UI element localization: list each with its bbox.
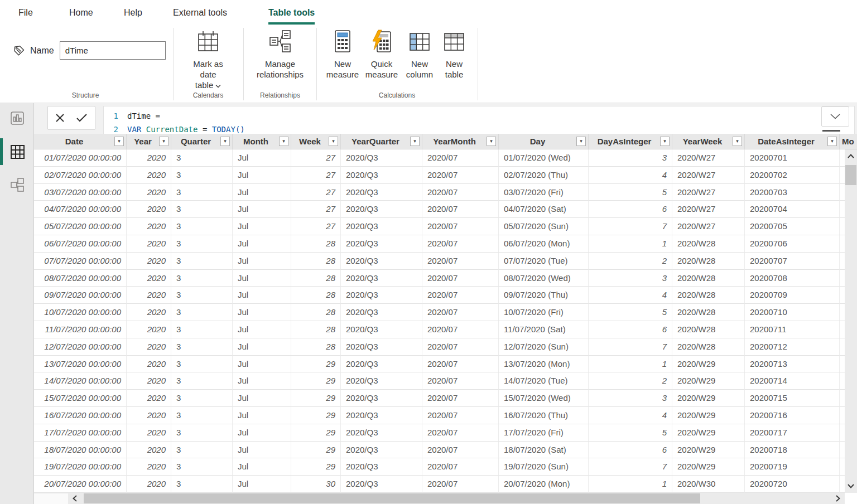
cell-yearweek[interactable]: 2020/W28 — [672, 270, 745, 287]
cell-week[interactable]: 28 — [291, 253, 341, 270]
cell-yearmonth[interactable]: 2020/07 — [422, 321, 499, 338]
cell-yearweek[interactable]: 2020/W30 — [672, 476, 745, 493]
cell-day[interactable]: 05/07/2020 (Sun) — [499, 218, 589, 235]
cell-dayasinteger[interactable]: 2 — [589, 253, 672, 270]
new-measure-button[interactable]: New measure — [324, 29, 362, 80]
tab-help[interactable]: Help — [124, 0, 142, 25]
cell-week[interactable]: 29 — [291, 356, 341, 373]
cell-yearmonth[interactable]: 2020/07 — [422, 270, 499, 287]
vertical-scrollbar[interactable] — [845, 149, 857, 493]
cell-yearweek[interactable]: 2020/W27 — [672, 149, 745, 167]
cell-dayasinteger[interactable]: 3 — [589, 390, 672, 407]
cell-month[interactable]: Jul — [233, 424, 291, 442]
cell-day[interactable]: 15/07/2020 (Wed) — [499, 390, 589, 407]
cell-month[interactable]: Jul — [233, 407, 291, 424]
cell-day[interactable]: 20/07/2020 (Mon) — [499, 476, 589, 493]
cell-week[interactable]: 27 — [291, 201, 341, 218]
scroll-right-icon[interactable] — [834, 493, 842, 504]
cell-year[interactable]: 2020 — [127, 167, 171, 184]
formula-resize-grip[interactable] — [822, 130, 840, 132]
cell-month[interactable]: Jul — [233, 287, 291, 304]
column-header-yearweek[interactable]: YearWeek▾ — [672, 134, 745, 149]
filter-dropdown-button[interactable]: ▾ — [827, 137, 837, 146]
tab-table-tools[interactable]: Table tools — [268, 0, 315, 25]
cell-quarter[interactable]: 3 — [171, 253, 233, 270]
cell-month[interactable]: Jul — [233, 338, 291, 356]
cell-yearquarter[interactable]: 2020/Q3 — [341, 372, 422, 390]
cell-week[interactable]: 29 — [291, 424, 341, 442]
cell-yearquarter[interactable]: 2020/Q3 — [341, 407, 422, 424]
cell-week[interactable]: 28 — [291, 338, 341, 356]
cell-yearquarter[interactable]: 2020/Q3 — [341, 390, 422, 407]
column-header-quarter[interactable]: Quarter▾ — [171, 134, 233, 149]
cell-dayasinteger[interactable]: 4 — [589, 167, 672, 184]
cell-yearquarter[interactable]: 2020/Q3 — [341, 235, 422, 253]
cell-yearweek[interactable]: 2020/W29 — [672, 356, 745, 373]
cell-yearweek[interactable]: 2020/W28 — [672, 235, 745, 253]
cell-yearweek[interactable]: 2020/W27 — [672, 201, 745, 218]
quick-measure-button[interactable]: Quick measure — [363, 29, 401, 80]
cell-dayasinteger[interactable]: 1 — [589, 235, 672, 253]
cell-quarter[interactable]: 3 — [171, 338, 233, 356]
column-header-yearquarter[interactable]: YearQuarter▾ — [341, 134, 422, 149]
cell-year[interactable]: 2020 — [127, 321, 171, 338]
cell-week[interactable]: 28 — [291, 235, 341, 253]
cell-year[interactable]: 2020 — [127, 270, 171, 287]
cell-date[interactable]: 19/07/2020 00:00:00 — [34, 458, 127, 476]
cell-year[interactable]: 2020 — [127, 458, 171, 476]
cell-week[interactable]: 27 — [291, 184, 341, 201]
cell-dayasinteger[interactable]: 5 — [589, 184, 672, 201]
new-table-button[interactable]: New table — [439, 29, 470, 80]
cell-yearmonth[interactable]: 2020/07 — [422, 476, 499, 493]
cell-yearquarter[interactable]: 2020/Q3 — [341, 253, 422, 270]
column-header-date[interactable]: Date▾ — [34, 134, 127, 149]
cell-date[interactable]: 03/07/2020 00:00:00 — [34, 184, 127, 201]
cell-yearquarter[interactable]: 2020/Q3 — [341, 201, 422, 218]
cell-yearquarter[interactable]: 2020/Q3 — [341, 442, 422, 459]
column-header-year[interactable]: Year▾ — [127, 134, 171, 149]
cell-date[interactable]: 16/07/2020 00:00:00 — [34, 407, 127, 424]
cell-date[interactable]: 02/07/2020 00:00:00 — [34, 167, 127, 184]
cell-day[interactable]: 19/07/2020 (Sun) — [499, 458, 589, 476]
cell-yearquarter[interactable]: 2020/Q3 — [341, 167, 422, 184]
cell-yearweek[interactable]: 2020/W27 — [672, 184, 745, 201]
cell-month[interactable]: Jul — [233, 253, 291, 270]
filter-dropdown-button[interactable]: ▾ — [114, 137, 124, 146]
cell-year[interactable]: 2020 — [127, 338, 171, 356]
cell-quarter[interactable]: 3 — [171, 235, 233, 253]
cell-yearmonth[interactable]: 2020/07 — [422, 235, 499, 253]
cell-month[interactable]: Jul — [233, 184, 291, 201]
cell-dateasinteger[interactable]: 20200715 — [745, 390, 840, 407]
cell-day[interactable]: 10/07/2020 (Fri) — [499, 304, 589, 321]
cell-dayasinteger[interactable]: 6 — [589, 321, 672, 338]
cell-yearweek[interactable]: 2020/W29 — [672, 424, 745, 442]
scroll-left-icon[interactable] — [70, 493, 79, 504]
cell-day[interactable]: 18/07/2020 (Sat) — [499, 442, 589, 459]
mark-as-date-table-button[interactable]: Mark as date table — [184, 29, 232, 90]
cell-dateasinteger[interactable]: 20200718 — [745, 442, 840, 459]
cell-yearquarter[interactable]: 2020/Q3 — [341, 424, 422, 442]
cell-dayasinteger[interactable]: 4 — [589, 407, 672, 424]
filter-dropdown-button[interactable]: ▾ — [159, 137, 168, 146]
cell-year[interactable]: 2020 — [127, 253, 171, 270]
cell-month[interactable]: Jul — [233, 235, 291, 253]
cell-date[interactable]: 04/07/2020 00:00:00 — [34, 201, 127, 218]
cell-quarter[interactable]: 3 — [171, 149, 233, 167]
data-view-icon[interactable] — [9, 143, 26, 160]
horizontal-scrollbar[interactable] — [68, 493, 845, 504]
cell-dateasinteger[interactable]: 20200708 — [745, 270, 840, 287]
cell-date[interactable]: 09/07/2020 00:00:00 — [34, 287, 127, 304]
cell-day[interactable]: 13/07/2020 (Mon) — [499, 356, 589, 373]
cell-dayasinteger[interactable]: 6 — [589, 201, 672, 218]
cell-year[interactable]: 2020 — [127, 407, 171, 424]
cell-yearquarter[interactable]: 2020/Q3 — [341, 321, 422, 338]
manage-relationships-button[interactable]: Manage relationships — [248, 29, 312, 80]
cell-day[interactable]: 11/07/2020 (Sat) — [499, 321, 589, 338]
cell-day[interactable]: 12/07/2020 (Sun) — [499, 338, 589, 356]
cell-yearquarter[interactable]: 2020/Q3 — [341, 338, 422, 356]
cell-quarter[interactable]: 3 — [171, 356, 233, 373]
cell-dayasinteger[interactable]: 6 — [589, 442, 672, 459]
cell-quarter[interactable]: 3 — [171, 476, 233, 493]
cell-dateasinteger[interactable]: 20200703 — [745, 184, 840, 201]
cell-dateasinteger[interactable]: 20200716 — [745, 407, 840, 424]
